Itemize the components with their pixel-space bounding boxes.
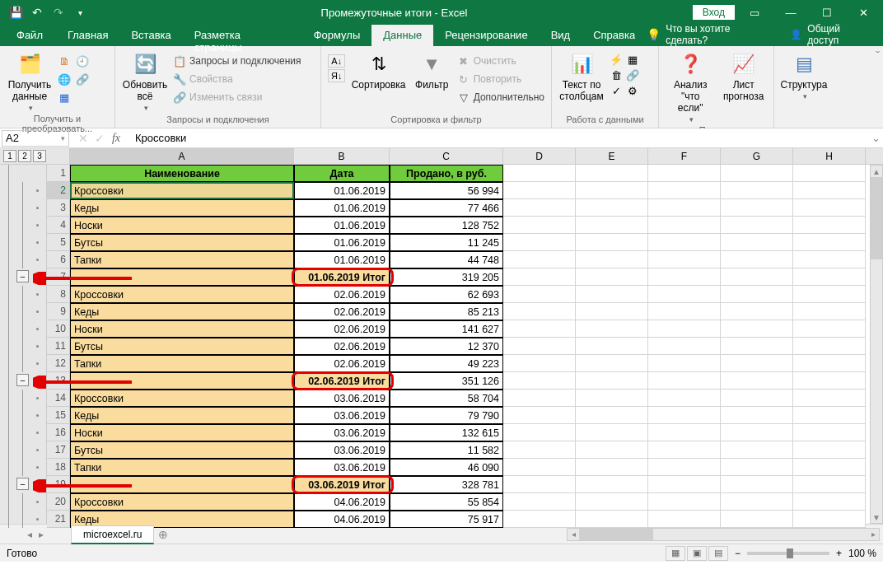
cell[interactable]: Кеды bbox=[70, 407, 294, 424]
column-header[interactable]: D bbox=[503, 148, 576, 165]
cell[interactable] bbox=[503, 338, 576, 355]
outline-level-3[interactable]: 3 bbox=[33, 150, 46, 162]
cell[interactable] bbox=[793, 165, 866, 182]
cell[interactable] bbox=[721, 234, 793, 251]
text-to-columns-button[interactable]: 📊 Текст по столбцам bbox=[558, 49, 605, 102]
cell[interactable] bbox=[503, 355, 576, 372]
maximize-icon[interactable]: ☐ bbox=[811, 0, 843, 25]
cell[interactable] bbox=[721, 355, 793, 372]
from-text-button[interactable]: 🗎 bbox=[58, 53, 71, 69]
remove-dup-icon[interactable]: 🗑 bbox=[610, 68, 623, 82]
cell[interactable]: 02.06.2019 bbox=[294, 320, 390, 338]
cell[interactable]: 44 748 bbox=[390, 251, 503, 268]
cell[interactable] bbox=[576, 251, 648, 268]
cell[interactable] bbox=[793, 511, 866, 528]
row-header[interactable]: 7 bbox=[47, 268, 70, 286]
cell[interactable]: 03.06.2019 bbox=[294, 459, 390, 476]
cell[interactable] bbox=[503, 286, 576, 303]
cell[interactable] bbox=[576, 199, 648, 217]
scroll-left-icon[interactable]: ◂ bbox=[568, 529, 579, 540]
cell[interactable] bbox=[793, 217, 866, 234]
cell[interactable] bbox=[721, 441, 793, 459]
consolidate-icon[interactable]: ▦ bbox=[626, 53, 639, 66]
row-header[interactable]: 3 bbox=[47, 199, 70, 217]
row-header[interactable]: 11 bbox=[47, 338, 70, 355]
cell[interactable]: 11 245 bbox=[390, 234, 503, 251]
column-header[interactable]: F bbox=[648, 148, 721, 165]
cell[interactable] bbox=[576, 268, 648, 286]
cell[interactable] bbox=[793, 372, 866, 390]
insert-function-icon[interactable]: fx bbox=[109, 132, 124, 145]
subtotal-cell[interactable]: 01.06.2019 Итог bbox=[294, 268, 390, 286]
outline-collapse-button[interactable]: − bbox=[16, 270, 29, 282]
view-page-layout-icon[interactable]: ▣ bbox=[687, 546, 707, 561]
cell[interactable] bbox=[721, 268, 793, 286]
sheet-tab[interactable]: microexcel.ru bbox=[71, 525, 154, 544]
cell[interactable]: 01.06.2019 bbox=[294, 217, 390, 234]
close-icon[interactable]: ✕ bbox=[847, 0, 880, 25]
cell[interactable] bbox=[793, 355, 866, 372]
tab-file[interactable]: Файл bbox=[3, 25, 56, 46]
cell[interactable] bbox=[793, 251, 866, 268]
ribbon-options-icon[interactable]: ▭ bbox=[738, 0, 771, 25]
cell[interactable] bbox=[503, 424, 576, 441]
cell[interactable]: 03.06.2019 bbox=[294, 441, 390, 459]
tab-review[interactable]: Рецензирование bbox=[433, 25, 539, 46]
cell[interactable]: 46 090 bbox=[390, 459, 503, 476]
cell[interactable]: Носки bbox=[70, 320, 294, 338]
cell[interactable] bbox=[721, 407, 793, 424]
cell[interactable] bbox=[721, 424, 793, 441]
cell[interactable]: 02.06.2019 bbox=[294, 286, 390, 303]
outline-collapse-button[interactable]: − bbox=[16, 374, 29, 386]
zoom-level[interactable]: 100 % bbox=[848, 548, 876, 559]
cell[interactable] bbox=[721, 251, 793, 268]
cell[interactable]: 02.06.2019 bbox=[294, 338, 390, 355]
outline-button[interactable]: ▤ Структура▾ bbox=[781, 49, 827, 100]
cell[interactable]: 132 615 bbox=[390, 424, 503, 441]
column-header[interactable]: A bbox=[70, 148, 294, 165]
cell[interactable] bbox=[648, 407, 721, 424]
cell[interactable] bbox=[648, 303, 721, 320]
column-header[interactable]: B bbox=[294, 148, 390, 165]
cell[interactable] bbox=[648, 320, 721, 338]
cell[interactable] bbox=[793, 338, 866, 355]
row-header[interactable]: 15 bbox=[47, 407, 70, 424]
cell[interactable] bbox=[503, 251, 576, 268]
cell[interactable] bbox=[503, 459, 576, 476]
view-normal-icon[interactable]: ▦ bbox=[666, 546, 685, 561]
cell[interactable]: 75 917 bbox=[390, 511, 503, 528]
cell[interactable] bbox=[503, 372, 576, 390]
column-header[interactable]: H bbox=[793, 148, 866, 165]
table-header-cell[interactable]: Наименование bbox=[70, 165, 294, 182]
cell[interactable] bbox=[576, 165, 648, 182]
sheet-nav-last-icon[interactable]: ▸ bbox=[39, 529, 44, 540]
cell[interactable] bbox=[576, 217, 648, 234]
cell[interactable]: 128 752 bbox=[390, 217, 503, 234]
row-header[interactable]: 1 bbox=[47, 165, 70, 182]
row-header[interactable]: 10 bbox=[47, 320, 70, 338]
cell[interactable] bbox=[648, 441, 721, 459]
cell[interactable] bbox=[576, 424, 648, 441]
cell[interactable]: 03.06.2019 bbox=[294, 407, 390, 424]
name-box[interactable]: A2▾ bbox=[2, 130, 69, 147]
cell[interactable]: 351 126 bbox=[390, 372, 503, 390]
horizontal-scrollbar[interactable]: ◂ ▸ bbox=[567, 528, 880, 541]
cell[interactable] bbox=[503, 165, 576, 182]
cell[interactable]: 319 205 bbox=[390, 268, 503, 286]
cell[interactable]: 01.06.2019 bbox=[294, 251, 390, 268]
tell-me-search[interactable]: 💡Что вы хотите сделать? bbox=[647, 23, 773, 46]
cell[interactable] bbox=[503, 182, 576, 199]
sort-desc-icon[interactable]: Я↓ bbox=[328, 69, 345, 82]
table-header-cell[interactable]: Продано, в руб. bbox=[390, 165, 503, 182]
cell[interactable] bbox=[503, 511, 576, 528]
manage-model-icon[interactable]: ⚙ bbox=[626, 84, 639, 97]
cell[interactable]: 49 223 bbox=[390, 355, 503, 372]
get-data-button[interactable]: 🗂️ Получить данные▾ bbox=[7, 49, 53, 112]
cell[interactable]: 01.06.2019 bbox=[294, 199, 390, 217]
vscroll-thumb[interactable] bbox=[871, 177, 882, 259]
subtotal-cell[interactable]: 02.06.2019 Итог bbox=[294, 372, 390, 390]
cell[interactable]: 04.06.2019 bbox=[294, 493, 390, 511]
cell[interactable] bbox=[576, 320, 648, 338]
row-header[interactable]: 19 bbox=[47, 476, 70, 493]
cell[interactable] bbox=[648, 511, 721, 528]
